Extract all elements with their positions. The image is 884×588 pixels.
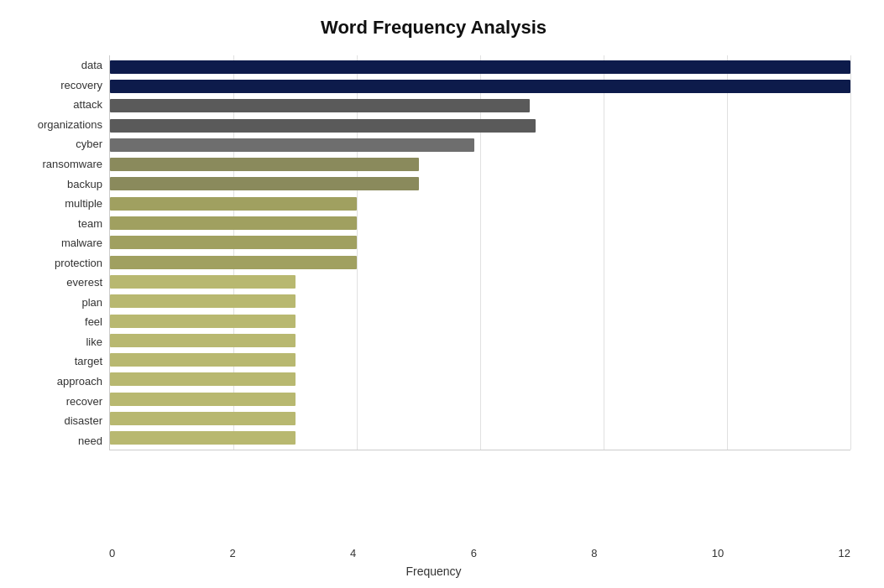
bar-row	[110, 408, 850, 428]
bar-row	[110, 116, 850, 135]
chart-title: Word Frequency Analysis	[17, 17, 850, 39]
y-label-target: target	[17, 356, 102, 367]
y-label-team: team	[17, 218, 102, 229]
chart-area: datarecoveryattackorganizationscyberrans…	[17, 55, 850, 450]
y-label-multiple: multiple	[17, 198, 102, 209]
y-label-disaster: disaster	[17, 415, 102, 426]
bar-approach	[110, 372, 296, 386]
bar-plan	[110, 294, 296, 308]
bar-row	[110, 292, 850, 311]
y-label-feel: feel	[17, 316, 102, 327]
x-axis-label: 10	[712, 547, 724, 559]
bar-row	[110, 57, 850, 76]
bar-row	[110, 233, 850, 252]
y-label-organizations: organizations	[17, 119, 102, 130]
y-label-recovery: recovery	[17, 80, 102, 91]
bar-disaster	[110, 412, 296, 425]
bar-protection	[110, 256, 357, 269]
chart-container: Word Frequency Analysis datarecoveryatta…	[0, 0, 884, 588]
bar-row	[110, 330, 850, 350]
y-label-data: data	[17, 60, 102, 70]
bar-attack	[110, 99, 530, 112]
bars-area	[109, 55, 850, 450]
y-label-recover: recover	[17, 396, 102, 407]
y-label-approach: approach	[17, 376, 102, 387]
x-axis-label: 2	[230, 547, 236, 559]
bar-row	[110, 213, 850, 232]
y-label-malware: malware	[17, 237, 102, 248]
bar-ransomware	[110, 158, 419, 171]
bar-row	[110, 96, 850, 116]
y-label-like: like	[17, 336, 102, 347]
bar-row	[110, 429, 850, 448]
bar-row	[110, 194, 850, 213]
bar-backup	[110, 177, 419, 190]
bar-row	[110, 311, 850, 330]
bar-row	[110, 135, 850, 154]
bar-row	[110, 154, 850, 174]
bar-organizations	[110, 119, 536, 133]
y-label-cyber: cyber	[17, 138, 102, 149]
bar-target	[110, 353, 296, 367]
bar-row	[110, 350, 850, 369]
x-axis-title: Frequency	[17, 565, 850, 578]
x-axis-label: 0	[109, 547, 115, 559]
y-label-need: need	[17, 435, 102, 446]
bar-row	[110, 76, 850, 96]
y-labels: datarecoveryattackorganizationscyberrans…	[17, 55, 109, 450]
grid-line	[850, 55, 851, 450]
bar-team	[110, 216, 357, 230]
bar-everest	[110, 275, 296, 289]
y-label-protection: protection	[17, 258, 102, 268]
bar-row	[110, 252, 850, 272]
bar-malware	[110, 236, 357, 249]
y-label-everest: everest	[17, 277, 102, 288]
bar-recovery	[110, 80, 850, 93]
bar-row	[110, 389, 850, 408]
bar-need	[110, 431, 296, 445]
x-axis-label: 8	[591, 547, 597, 559]
x-axis-label: 12	[839, 547, 850, 559]
bar-row	[110, 174, 850, 194]
bar-row	[110, 370, 850, 389]
bar-feel	[110, 315, 296, 328]
y-label-backup: backup	[17, 179, 102, 190]
x-axis-labels: 024681012	[109, 547, 850, 559]
x-axis-label: 4	[350, 547, 356, 559]
bar-row	[110, 272, 850, 291]
bar-recover	[110, 393, 296, 406]
y-label-attack: attack	[17, 99, 102, 110]
y-label-ransomware: ransomware	[17, 159, 102, 169]
bar-like	[110, 334, 296, 347]
y-label-plan: plan	[17, 297, 102, 308]
x-axis-label: 6	[471, 547, 477, 559]
bar-multiple	[110, 197, 357, 211]
bars	[110, 55, 850, 450]
bar-data	[110, 60, 850, 74]
bar-cyber	[110, 138, 474, 152]
